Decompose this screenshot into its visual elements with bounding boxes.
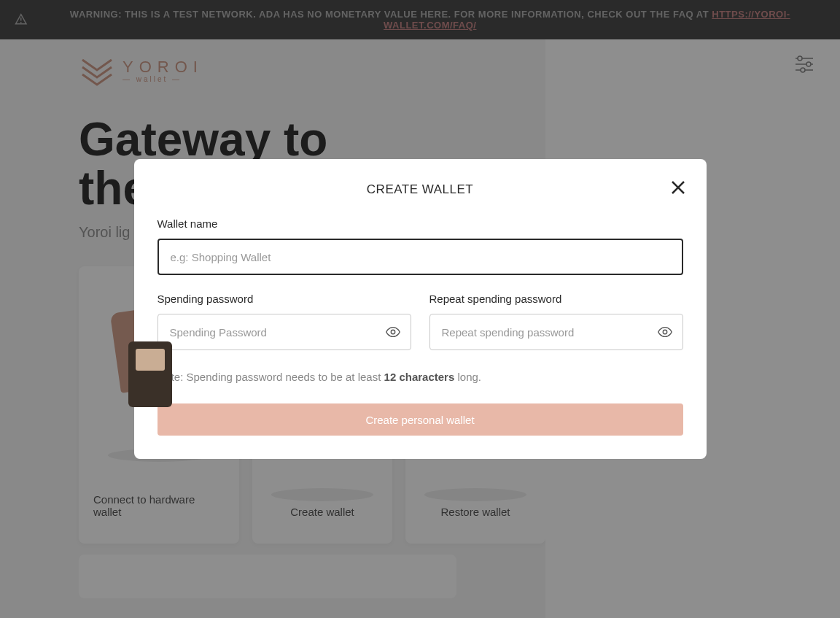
close-icon[interactable] (670, 179, 686, 196)
show-password-icon[interactable] (385, 324, 401, 340)
password-note: Note: Spending password needs to be at l… (158, 371, 683, 383)
create-wallet-modal: CREATE WALLET Wallet name Spending passw… (134, 159, 707, 459)
svg-point-8 (391, 330, 395, 334)
create-personal-wallet-button[interactable]: Create personal wallet (158, 403, 683, 436)
svg-point-9 (663, 330, 667, 334)
repeat-password-input[interactable] (429, 314, 683, 350)
modal-title: CREATE WALLET (158, 182, 683, 197)
note-prefix: Note: Spending password needs to be at l… (158, 371, 384, 383)
wallet-name-input[interactable] (158, 239, 683, 275)
note-suffix: long. (454, 371, 481, 383)
note-bold: 12 characters (384, 371, 455, 383)
wallet-name-label: Wallet name (158, 217, 683, 230)
spending-password-input[interactable] (158, 314, 411, 350)
modal-overlay: CREATE WALLET Wallet name Spending passw… (0, 0, 840, 618)
show-repeat-password-icon[interactable] (657, 324, 673, 340)
repeat-password-label: Repeat spending password (429, 293, 683, 305)
spending-password-label: Spending password (158, 293, 411, 305)
